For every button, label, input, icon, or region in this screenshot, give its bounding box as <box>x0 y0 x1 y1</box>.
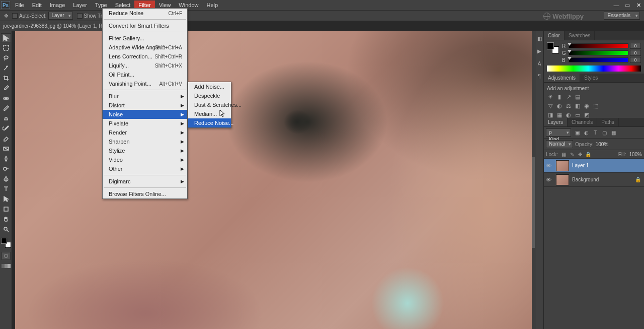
exposure-adjustment-icon[interactable]: ▤ <box>574 93 581 100</box>
gradient-tool[interactable] <box>1 144 11 153</box>
filter-stylize[interactable]: Stylize▶ <box>103 146 187 155</box>
show-transform-checkbox[interactable] <box>77 13 83 19</box>
noise-dust-scratches[interactable]: Dust & Scratches... <box>188 100 231 109</box>
close-button[interactable]: ✕ <box>633 0 644 10</box>
filter-oil-paint[interactable]: Oil Paint... <box>103 70 187 79</box>
posterize-adjustment-icon[interactable]: ▦ <box>556 111 563 118</box>
maximize-button[interactable]: ▭ <box>622 0 633 10</box>
clone-stamp-tool[interactable] <box>1 114 11 123</box>
tab-channels[interactable]: Channels <box>568 118 597 126</box>
filter-adaptive-wide-angle[interactable]: Adaptive Wide Angle...Shift+Ctrl+A <box>103 43 187 52</box>
tab-color[interactable]: Color <box>544 31 565 40</box>
color-spectrum[interactable] <box>547 65 641 72</box>
color-swatches[interactable] <box>547 42 559 53</box>
filter-type-icon[interactable]: T <box>592 129 598 136</box>
invert-adjustment-icon[interactable]: ◨ <box>547 111 554 118</box>
menu-file[interactable]: File <box>11 1 28 10</box>
b-slider[interactable] <box>569 57 628 62</box>
zoom-tool[interactable] <box>1 225 11 234</box>
filter-render[interactable]: Render▶ <box>103 128 187 137</box>
filter-distort[interactable]: Distort▶ <box>103 101 187 110</box>
layer-filter-kind[interactable]: ρ Kind <box>546 128 571 137</box>
layer-item[interactable]: 👁 Layer 1 <box>544 159 644 173</box>
r-slider[interactable] <box>569 43 628 48</box>
layer-thumbnail[interactable] <box>556 160 569 171</box>
fill-value[interactable]: 100% <box>629 152 642 157</box>
blur-tool[interactable] <box>1 154 11 163</box>
tab-adjustments[interactable]: Adjustments <box>544 74 580 82</box>
blend-mode-dropdown[interactable]: Normal <box>546 140 573 148</box>
layer-visibility-icon[interactable]: 👁 <box>544 177 553 183</box>
minimize-button[interactable]: — <box>611 0 622 10</box>
vibrance-adjustment-icon[interactable]: ▽ <box>547 102 554 109</box>
tab-styles[interactable]: Styles <box>580 74 602 82</box>
brightness-adjustment-icon[interactable]: ☀ <box>547 93 554 100</box>
filter-sharpen[interactable]: Sharpen▶ <box>103 137 187 146</box>
dodge-tool[interactable] <box>1 164 11 173</box>
path-selection-tool[interactable] <box>1 194 11 204</box>
filter-noise[interactable]: Noise▶ <box>103 110 187 119</box>
crop-tool[interactable] <box>1 74 11 83</box>
bw-adjustment-icon[interactable]: ◧ <box>574 102 581 109</box>
pen-tool[interactable] <box>1 174 11 183</box>
opacity-value[interactable]: 100% <box>596 142 609 147</box>
healing-brush-tool[interactable] <box>1 94 11 103</box>
history-brush-tool[interactable] <box>1 124 11 133</box>
filter-pixel-icon[interactable]: ▣ <box>574 129 580 136</box>
history-panel-icon[interactable]: ◧ <box>536 35 543 42</box>
filter-digimarc[interactable]: Digimarc▶ <box>103 177 187 186</box>
filter-liquify[interactable]: Liquify...Shift+Ctrl+X <box>103 61 187 70</box>
g-slider[interactable] <box>569 50 628 55</box>
lock-position-icon[interactable]: ✥ <box>577 151 583 157</box>
filter-lens-correction[interactable]: Lens Correction...Shift+Ctrl+R <box>103 52 187 61</box>
filter-gallery[interactable]: Filter Gallery... <box>103 34 187 43</box>
lock-image-icon[interactable]: ✎ <box>569 151 575 157</box>
filter-video[interactable]: Video▶ <box>103 155 187 164</box>
character-panel-icon[interactable]: A <box>536 60 543 67</box>
layer-thumbnail[interactable] <box>556 174 569 185</box>
menu-layer[interactable]: Layer <box>69 1 91 10</box>
noise-median[interactable]: Median... <box>188 109 231 118</box>
filter-blur[interactable]: Blur▶ <box>103 92 187 101</box>
filter-adjustment-icon[interactable]: ◐ <box>583 129 589 136</box>
levels-adjustment-icon[interactable]: ▮ <box>556 93 563 100</box>
noise-despeckle[interactable]: Despeckle <box>188 91 231 100</box>
noise-add-noise[interactable]: Add Noise... <box>188 82 231 91</box>
curves-adjustment-icon[interactable]: ↗ <box>565 93 572 100</box>
color-balance-adjustment-icon[interactable]: ⚖ <box>565 102 572 109</box>
auto-select-dropdown[interactable]: Layer <box>48 12 72 20</box>
tab-swatches[interactable]: Swatches <box>565 31 595 40</box>
tab-layers[interactable]: Layers <box>544 118 568 126</box>
actions-panel-icon[interactable]: ▶ <box>536 48 543 54</box>
menu-image[interactable]: Image <box>46 1 69 10</box>
tab-paths[interactable]: Paths <box>597 118 619 126</box>
filter-other[interactable]: Other▶ <box>103 164 187 173</box>
lock-all-icon[interactable]: 🔒 <box>585 151 591 157</box>
selective-color-adjustment-icon[interactable]: ◩ <box>583 111 590 118</box>
noise-reduce-noise[interactable]: Reduce Noise... <box>188 118 231 127</box>
vertical-scrollbar[interactable] <box>532 31 535 329</box>
layer-visibility-icon[interactable]: 👁 <box>544 163 553 169</box>
b-value[interactable]: 0 <box>630 57 641 63</box>
foreground-background-colors[interactable] <box>1 238 11 248</box>
screen-mode[interactable] <box>2 264 11 268</box>
shape-tool[interactable] <box>1 205 11 214</box>
r-value[interactable]: 0 <box>630 43 641 49</box>
hand-tool[interactable] <box>1 215 11 224</box>
menu-help[interactable]: Help <box>202 1 222 10</box>
filter-vanishing-point[interactable]: Vanishing Point...Alt+Ctrl+V <box>103 79 187 88</box>
filter-browse-online[interactable]: Browse Filters Online... <box>103 189 187 199</box>
auto-select-checkbox[interactable] <box>12 13 18 19</box>
filter-last-used[interactable]: Reduce Noise Ctrl+F <box>103 9 187 18</box>
active-tool-icon[interactable]: ✥ <box>2 12 10 20</box>
layer-item[interactable]: 👁 Background 🔒 <box>544 173 644 187</box>
marquee-tool[interactable] <box>1 43 11 52</box>
g-value[interactable]: 0 <box>630 50 641 56</box>
hue-adjustment-icon[interactable]: ◐ <box>556 102 563 109</box>
eraser-tool[interactable] <box>1 134 11 143</box>
lasso-tool[interactable] <box>1 53 11 62</box>
lock-transparency-icon[interactable]: ▦ <box>561 151 567 157</box>
workspace-switcher[interactable]: Essentials <box>604 12 640 20</box>
filter-smart[interactable]: Convert for Smart Filters <box>103 21 187 30</box>
document-canvas[interactable] <box>15 31 532 329</box>
